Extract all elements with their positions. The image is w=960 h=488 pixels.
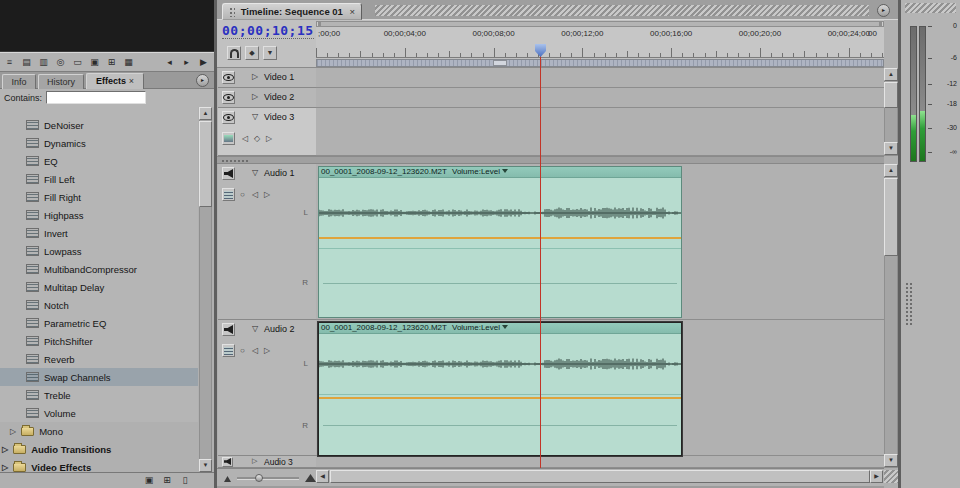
keyframe-mode-icon[interactable]: ○ — [240, 190, 245, 199]
new-folder-icon[interactable]: ⊞ — [160, 474, 174, 487]
collapse-triangle-icon[interactable]: ▷ — [252, 72, 258, 81]
folder-item-audio-transitions[interactable]: ▷ Audio Transitions — [0, 440, 198, 458]
effect-item[interactable]: DeNoiser — [0, 116, 198, 134]
next-keyframe-icon[interactable]: ▷ — [264, 346, 270, 355]
video-audio-divider[interactable] — [217, 156, 884, 164]
clip-param-dropdown-icon[interactable] — [502, 325, 508, 329]
clip-title-bar[interactable]: 00_0001_2008-09-12_123620.M2T Volume:Lev… — [319, 323, 681, 334]
effect-item[interactable]: Dynamics — [0, 134, 198, 152]
timeline-panel-menu-icon[interactable]: ▸ — [877, 4, 890, 17]
tab-history[interactable]: History — [38, 74, 84, 89]
time-ruler[interactable]: ;00;0000;00;04;0000;00;08;0000;00;12;000… — [316, 27, 884, 58]
collapse-triangle-icon[interactable]: ▽ — [252, 168, 258, 177]
zoom-slider-handle[interactable] — [255, 474, 263, 482]
tab-effects[interactable]: Effects × — [86, 73, 144, 89]
effect-item[interactable]: PitchShifter — [0, 332, 198, 350]
scroll-right-icon[interactable]: ▶ — [870, 470, 883, 483]
effects-scrollbar-thumb[interactable] — [199, 121, 212, 207]
snap-toggle-button[interactable] — [227, 46, 241, 60]
next-keyframe-icon[interactable]: ▷ — [266, 134, 272, 143]
contains-input[interactable] — [46, 91, 146, 104]
tools-panel-grip[interactable] — [905, 282, 912, 326]
audio3-track-header[interactable]: ▷ Audio 3 — [218, 456, 316, 468]
tab-timeline-sequence-01[interactable]: Timeline: Sequence 01 × — [222, 3, 362, 20]
work-area-bar[interactable] — [316, 59, 884, 67]
zoom-in-icon[interactable] — [305, 474, 316, 482]
scroll-down-icon[interactable]: ▼ — [884, 454, 898, 467]
effect-item[interactable]: Reverb — [0, 350, 198, 368]
toggle-track-output-button[interactable] — [222, 167, 235, 180]
previous-keyframe-icon[interactable]: ◁ — [252, 190, 258, 199]
icon-view-icon[interactable]: ▤ — [19, 55, 34, 70]
effect-item[interactable]: Highpass — [0, 206, 198, 224]
current-timecode[interactable]: 00;00;10;15 — [222, 23, 314, 39]
play-icon[interactable]: ▶ — [196, 55, 211, 70]
scroll-down-icon[interactable]: ▼ — [884, 142, 898, 155]
new-custom-bin-icon[interactable]: ▣ — [142, 474, 156, 487]
folder-item-mono[interactable]: ▷ Mono — [0, 422, 198, 440]
tab-info[interactable]: Info — [2, 74, 36, 89]
effect-item[interactable]: Swap Channels — [0, 368, 198, 386]
previous-keyframe-icon[interactable]: ◁ — [252, 346, 258, 355]
effect-item[interactable]: Volume — [0, 404, 198, 422]
collapse-triangle-icon[interactable]: ▷ — [252, 457, 257, 465]
clip-param-dropdown-icon[interactable] — [502, 169, 508, 173]
collapse-triangle-icon[interactable]: ▽ — [252, 324, 258, 333]
video1-track-content[interactable] — [316, 108, 884, 156]
toggle-track-output-button[interactable] — [222, 111, 235, 124]
bin-icon[interactable]: ▭ — [70, 55, 85, 70]
effect-item[interactable]: Invert — [0, 224, 198, 242]
audio1-track-header[interactable]: ▽ Audio 1 ○ ◁ ▷ L R — [218, 164, 316, 320]
set-unnumbered-marker-button[interactable]: ▼ — [263, 46, 277, 60]
effect-item[interactable]: Treble — [0, 386, 198, 404]
collapse-triangle-icon[interactable]: ▽ — [252, 112, 258, 121]
panel-menu-icon[interactable]: ▸ — [196, 74, 209, 87]
effect-item[interactable]: EQ — [0, 152, 198, 170]
scroll-up-icon[interactable]: ▲ — [199, 107, 212, 120]
clip-volume-param[interactable]: Volume:Level — [452, 323, 500, 332]
list-view-icon[interactable]: ≡ — [2, 55, 17, 70]
video3-track-header[interactable]: ▷ Video 1 — [218, 68, 316, 88]
toggle-track-output-button[interactable] — [222, 457, 233, 467]
audio3-track-content[interactable] — [316, 456, 884, 468]
video3-track-content[interactable] — [316, 68, 884, 88]
effect-item[interactable]: MultibandCompressor — [0, 260, 198, 278]
keyframe-mode-icon[interactable]: ○ — [240, 346, 245, 355]
tab-close-icon[interactable]: × — [129, 76, 134, 86]
clip-title-bar[interactable]: 00_0001_2008-09-12_123620.M2T Volume:Lev… — [319, 167, 681, 178]
video1-track-header[interactable]: ▽ Video 3 ◁ ◇ ▷ — [218, 108, 316, 156]
tab-close-icon[interactable]: × — [350, 6, 356, 17]
delete-icon[interactable]: ▯ — [178, 474, 192, 487]
volume-rubber-band[interactable] — [319, 237, 681, 239]
disclosure-triangle-icon[interactable]: ▷ — [10, 427, 16, 436]
tab-bar-drag-area[interactable] — [375, 5, 869, 16]
zoom-out-icon[interactable] — [224, 476, 231, 482]
new-bin-icon[interactable]: ▣ — [87, 55, 102, 70]
toggle-track-output-button[interactable] — [222, 323, 235, 336]
set-display-style-button[interactable] — [222, 132, 235, 145]
back-icon[interactable]: ◂ — [162, 55, 177, 70]
add-keyframe-icon[interactable]: ◇ — [254, 134, 260, 143]
thumbnail-view-icon[interactable]: ▥ — [36, 55, 51, 70]
video2-track-header[interactable]: ▷ Video 2 — [218, 88, 316, 108]
video-scrollbar-thumb[interactable] — [884, 82, 898, 108]
effect-item[interactable]: Parametric EQ — [0, 314, 198, 332]
toggle-track-output-button[interactable] — [222, 91, 235, 104]
zoom-slider[interactable] — [237, 477, 299, 480]
disclosure-triangle-icon[interactable]: ▷ — [2, 445, 8, 454]
volume-rubber-band[interactable] — [319, 397, 681, 399]
set-encore-chapter-marker-button[interactable]: ◆ — [245, 46, 259, 60]
effect-item[interactable]: Fill Right — [0, 188, 198, 206]
audio2-track-header[interactable]: ▽ Audio 2 ○ ◁ ▷ L R — [218, 320, 316, 456]
panel-splitter[interactable] — [214, 0, 217, 488]
audio-clip-2[interactable]: 00_0001_2008-09-12_123620.M2T Volume:Lev… — [318, 322, 682, 456]
h-scrollbar-thumb[interactable] — [330, 470, 870, 483]
effect-item[interactable]: Lowpass — [0, 242, 198, 260]
next-keyframe-icon[interactable]: ▷ — [264, 190, 270, 199]
scroll-down-icon[interactable]: ▼ — [199, 459, 212, 472]
audio-clip-1[interactable]: 00_0001_2008-09-12_123620.M2T Volume:Lev… — [318, 166, 682, 318]
collapse-triangle-icon[interactable]: ▷ — [252, 92, 258, 101]
disclosure-triangle-icon[interactable]: ▷ — [2, 463, 8, 472]
delete-icon[interactable]: ▦ — [121, 55, 136, 70]
clip-volume-param[interactable]: Volume:Level — [452, 167, 500, 176]
